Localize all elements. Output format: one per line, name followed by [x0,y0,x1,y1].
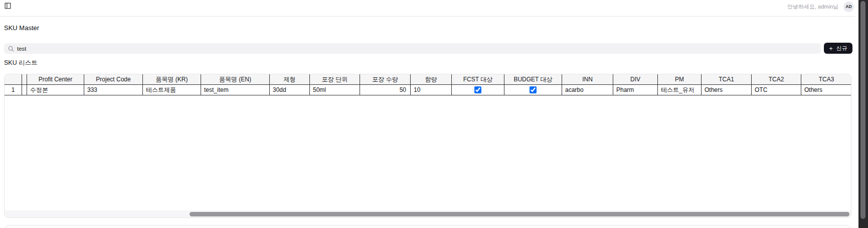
fcst-target-checkbox[interactable] [474,86,481,93]
header-pack-qty: 포장 수량 [360,74,411,85]
cell-pm: 테스트_유저 [658,85,702,95]
sku-table-container: Profit Center Project Code 품목명 (KR) 품목명 … [4,74,851,218]
header-tca2: TCA2 [752,74,801,85]
cell-tca3: Others [801,85,852,95]
cell-budget-target [504,85,562,95]
header-content-amount: 함량 [411,74,452,85]
cell-name-kr: 테스트제품 [143,85,201,95]
app-screen: 안녕하세요, admin님 AD SKU Master + 신규 SKU 리스트 [0,0,868,228]
horizontal-scrollbar-track[interactable] [5,210,851,217]
table-header-row: Profit Center Project Code 품목명 (KR) 품목명 … [5,74,852,85]
header-pm: PM [658,74,702,85]
topbar-user-area: 안녕하세요, admin님 AD [787,0,854,13]
header-fcst-target: FCST 대상 [452,74,504,85]
cell-spacer [22,85,27,95]
avatar[interactable]: AD [843,2,854,12]
new-sku-button-label: 신규 [836,45,847,52]
top-bar: 안녕하세요, admin님 AD [0,0,855,17]
table-row[interactable]: 1 수정본 333 테스트제품 test_item 30dd 50ml 50 1… [5,85,852,95]
header-dosage-form: 제형 [270,74,310,85]
cell-div: Pharm [613,85,658,95]
vertical-scrollbar-thumb[interactable] [860,1,865,219]
header-name-en: 품목명 (EN) [201,74,270,85]
cell-name-en: test_item [201,85,270,95]
header-inn: INN [562,74,613,85]
new-sku-button[interactable]: + 신규 [824,43,852,54]
cell-dosage-form: 30dd [270,85,310,95]
header-tca3: TCA3 [801,74,852,85]
cell-content-amount: 10 [411,85,452,95]
budget-target-checkbox[interactable] [530,86,537,93]
next-section-panel [4,225,851,228]
header-row-number [5,74,22,85]
cell-inn: acarbo [562,85,613,95]
cell-pack-unit: 50ml [310,85,360,95]
horizontal-scrollbar-thumb[interactable] [190,212,849,216]
header-profit-center: Profit Center [27,74,84,85]
header-project-code: Project Code [84,74,143,85]
page-title: SKU Master [4,24,39,32]
sidebar-toggle-button[interactable] [4,2,11,9]
header-div: DIV [613,74,658,85]
panel-left-icon [5,3,11,9]
header-name-kr: 품목명 (KR) [143,74,201,85]
cell-profit-center: 수정본 [27,85,84,95]
sku-table: Profit Center Project Code 품목명 (KR) 품목명 … [4,74,851,95]
user-greeting: 안녕하세요, admin님 [787,3,838,11]
cell-pack-qty: 50 [360,85,411,95]
search-box [4,43,821,54]
sku-list-label: SKU 리스트 [4,59,38,67]
cell-row-number: 1 [5,85,22,95]
header-spacer [22,74,27,85]
search-input[interactable] [4,43,821,54]
cell-tca1: Others [702,85,752,95]
cell-tca2: OTC [752,85,801,95]
plus-icon: + [829,45,833,52]
header-pack-unit: 포장 단위 [310,74,360,85]
vertical-scrollbar-track[interactable] [858,0,868,228]
cell-fcst-target [452,85,504,95]
cell-project-code: 333 [84,85,143,95]
header-budget-target: BUDGET 대상 [504,74,562,85]
header-tca1: TCA1 [702,74,752,85]
